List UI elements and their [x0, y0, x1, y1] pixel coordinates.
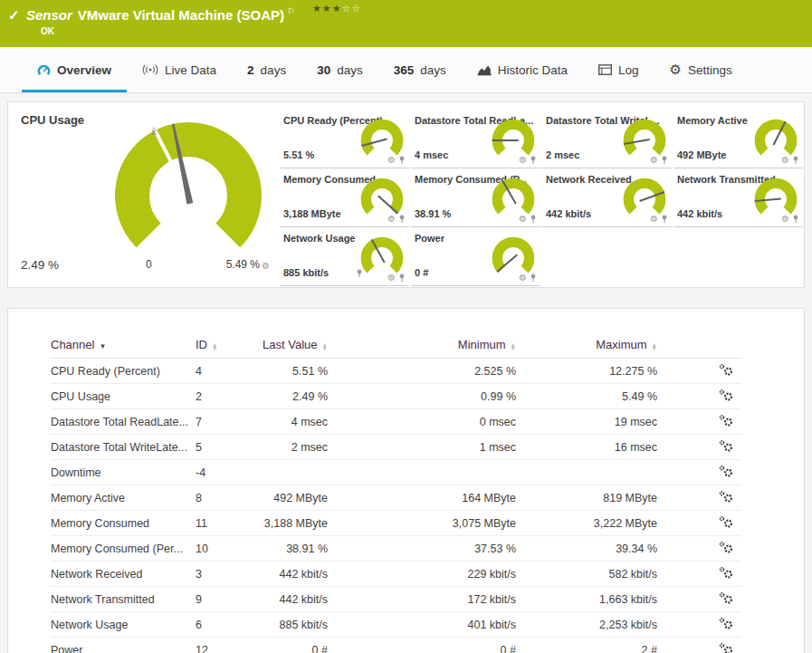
channel-name: Network Transmitted — [51, 587, 196, 612]
gauge-tile: Datastore Total WriteL... 2 msec ⚙ — [542, 110, 672, 168]
sort-icon: ▲▼ — [322, 343, 328, 351]
gauge-tile: Memory Consumed 3,188 MByte ⚙ — [280, 168, 409, 227]
channels-table: Channel▼ ID▲▼ Last Value▲▼ Minimum▲▼ Max… — [51, 331, 741, 653]
flag-icon[interactable]: ⚐ — [287, 6, 295, 16]
table-row[interactable]: CPU Ready (Percent) 4 5.51 % 2.525 % 12.… — [51, 359, 741, 384]
channel-last-value: 3,188 MByte — [252, 511, 339, 536]
gear-icon[interactable]: ⚙ — [781, 156, 789, 165]
column-header-minimum[interactable]: Minimum▲▼ — [339, 331, 527, 359]
stars-filled[interactable]: ★★★ — [312, 3, 342, 14]
tab-2-days[interactable]: 2 days — [232, 47, 301, 92]
pin-icon[interactable] — [530, 215, 537, 224]
pin-icon[interactable] — [530, 156, 537, 165]
channel-settings-icon[interactable] — [718, 617, 734, 633]
channel-settings-icon[interactable] — [718, 363, 734, 379]
channel-maximum: 39.34 % — [527, 536, 667, 562]
gear-icon[interactable]: ⚙ — [519, 274, 527, 283]
pin-icon[interactable] — [530, 274, 537, 283]
pin-icon[interactable] — [661, 156, 668, 165]
tab-settings[interactable]: ⚙ Settings — [654, 47, 748, 92]
column-header-channel[interactable]: Channel▼ — [51, 331, 196, 359]
gear-icon[interactable]: ⚙ — [262, 262, 270, 271]
gauge-value: 3,188 MByte — [283, 208, 341, 219]
gauge-tile: Memory Active 492 MByte ⚙ — [673, 110, 803, 168]
table-row[interactable]: Downtime -4 — [51, 460, 741, 485]
channel-minimum: 172 kbit/s — [339, 587, 527, 612]
gear-icon[interactable]: ⚙ — [781, 215, 789, 224]
channel-settings-icon[interactable] — [718, 541, 734, 557]
pin-icon[interactable] — [661, 215, 668, 224]
tab-number: 365 — [394, 63, 415, 77]
table-row[interactable]: Power 12 0 # 0 # 2 # — [51, 638, 741, 653]
tab-30-days[interactable]: 30 days — [301, 47, 378, 92]
table-row[interactable]: Network Transmitted 9 442 kbit/s 172 kbi… — [51, 587, 741, 612]
table-row[interactable]: Network Usage 6 885 kbit/s 401 kbit/s 2,… — [51, 612, 741, 638]
channel-id: 9 — [196, 587, 252, 612]
pin-icon[interactable] — [398, 215, 406, 224]
gauge-tile: Power 0 # ⚙ — [411, 227, 540, 286]
channel-last-value: 38.91 % — [252, 536, 339, 562]
column-header-maximum[interactable]: Maximum▲▼ — [527, 331, 667, 359]
tab-365-days[interactable]: 365 days — [378, 47, 462, 92]
table-row[interactable]: CPU Usage 2 2.49 % 0.99 % 5.49 % — [51, 384, 741, 409]
sensor-kind-label: Sensor — [26, 7, 72, 23]
channel-settings-icon[interactable] — [718, 642, 734, 653]
gear-icon[interactable]: ⚙ — [650, 215, 658, 224]
table-row[interactable]: Datastore Total ReadLate... 7 4 msec 0 m… — [51, 409, 741, 435]
channel-maximum: 16 msec — [527, 435, 667, 460]
pin-icon[interactable] — [792, 215, 799, 224]
gear-icon[interactable]: ⚙ — [519, 156, 527, 165]
gear-icon[interactable]: ⚙ — [650, 156, 658, 165]
pin-icon[interactable] — [398, 156, 406, 165]
channel-settings-icon[interactable] — [718, 490, 734, 506]
channel-maximum — [527, 460, 667, 485]
channel-last-value: 492 MByte — [252, 485, 339, 511]
column-header-id[interactable]: ID▲▼ — [196, 331, 252, 359]
table-row[interactable]: Memory Active 8 492 MByte 164 MByte 819 … — [51, 485, 741, 511]
channels-panel: Channel▼ ID▲▼ Last Value▲▼ Minimum▲▼ Max… — [7, 308, 805, 653]
tab-number: 30 — [317, 63, 330, 77]
primary-gauge-scale-min: 0 — [146, 258, 152, 271]
pin-icon[interactable] — [792, 156, 799, 165]
channel-minimum: 3,075 MByte — [339, 511, 527, 536]
table-row[interactable]: Memory Consumed 11 3,188 MByte 3,075 MBy… — [51, 511, 741, 536]
gear-icon[interactable]: ⚙ — [387, 215, 396, 224]
gauge-icon — [37, 64, 51, 76]
channel-minimum: 37.53 % — [339, 536, 527, 562]
table-row[interactable]: Network Received 3 442 kbit/s 229 kbit/s… — [51, 562, 741, 587]
channel-settings-icon[interactable] — [718, 566, 734, 582]
tab-label: Log — [618, 63, 639, 77]
tab-log[interactable]: Log — [583, 47, 654, 92]
column-header-last-value[interactable]: Last Value▲▼ — [252, 331, 339, 359]
channel-settings-icon[interactable] — [718, 414, 734, 430]
table-header-row: Channel▼ ID▲▼ Last Value▲▼ Minimum▲▼ Max… — [51, 331, 741, 359]
channel-settings-icon[interactable] — [718, 591, 734, 608]
column-header-actions — [667, 331, 741, 359]
stars-empty[interactable]: ☆☆ — [342, 3, 362, 14]
pin-icon[interactable] — [398, 274, 406, 283]
channel-maximum: 2,253 kbit/s — [527, 612, 667, 638]
channel-name: Power — [51, 638, 196, 653]
tab-historic-data[interactable]: Historic Data — [462, 47, 583, 92]
channel-id: 5 — [196, 435, 252, 460]
tab-overview[interactable]: Overview — [22, 47, 127, 92]
channel-id: 11 — [196, 511, 252, 536]
tab-live-data[interactable]: Live Data — [127, 47, 232, 92]
gear-icon[interactable]: ⚙ — [387, 156, 396, 165]
channel-settings-icon[interactable] — [718, 389, 734, 405]
tab-number: 2 — [247, 63, 254, 77]
gauge-tile: Datastore Total ReadLa... 4 msec ⚙ — [411, 110, 540, 168]
primary-gauge: x̄ — [102, 110, 274, 282]
channel-name: Datastore Total WriteLate... — [51, 435, 196, 460]
channel-settings-icon[interactable] — [718, 439, 734, 456]
channel-maximum: 582 kbit/s — [527, 562, 667, 587]
channel-settings-icon[interactable] — [718, 465, 734, 481]
channel-settings-icon[interactable] — [718, 515, 734, 532]
sensor-title: SensorVMware Virtual Machine (SOAP)⚐ — [26, 6, 295, 23]
priority-stars[interactable]: ★★★☆☆ — [312, 3, 361, 14]
table-row[interactable]: Datastore Total WriteLate... 5 2 msec 1 … — [51, 435, 741, 460]
gear-icon[interactable]: ⚙ — [387, 274, 396, 283]
gear-icon[interactable]: ⚙ — [519, 215, 527, 224]
tab-label: days — [337, 63, 363, 77]
table-row[interactable]: Memory Consumed (Per... 10 38.91 % 37.53… — [51, 536, 741, 562]
